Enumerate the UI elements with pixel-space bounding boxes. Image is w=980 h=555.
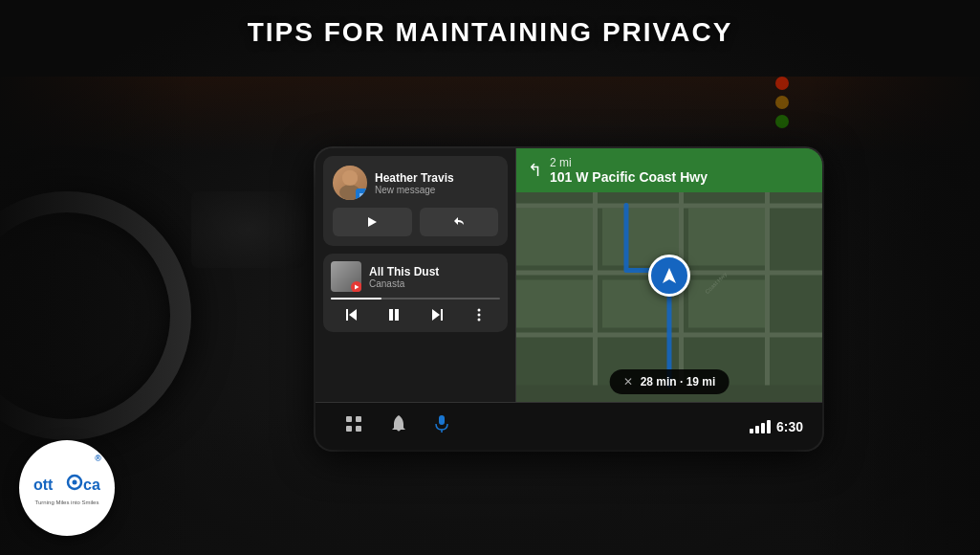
left-panel: Heather Travis New message [316, 148, 516, 402]
svg-marker-13 [432, 309, 440, 321]
bottom-bar: 6:30 [316, 402, 822, 450]
bar-3 [761, 423, 765, 433]
svg-rect-32 [346, 416, 352, 422]
android-auto-screen: Heather Travis New message [316, 148, 822, 450]
svg-point-14 [477, 309, 480, 312]
track-artist: Canasta [369, 278, 439, 289]
svg-rect-23 [688, 280, 765, 328]
bell-icon [390, 414, 407, 433]
apps-button[interactable] [344, 414, 363, 438]
reply-message-button[interactable] [420, 208, 499, 236]
svg-rect-18 [516, 209, 593, 266]
next-track-button[interactable] [427, 305, 446, 324]
sender-name: Heather Travis [375, 171, 454, 185]
nav-street: 101 W Pacific Coast Hwy [550, 169, 811, 185]
ottocast-logo: ott cast ® Turning Miles into Smiles [19, 440, 115, 536]
play-dot [351, 281, 361, 292]
message-actions [333, 208, 498, 236]
svg-rect-3 [358, 191, 367, 199]
svg-rect-36 [439, 415, 445, 425]
screen-main: Heather Travis New message [316, 148, 822, 402]
message-subtitle: New message [375, 185, 454, 195]
mic-icon [434, 414, 449, 433]
svg-rect-12 [441, 309, 443, 321]
page-title: TIPS FOR MAINTAINING PRIVACY [0, 17, 980, 48]
pause-icon [386, 307, 402, 322]
svg-marker-31 [663, 268, 676, 283]
bar-1 [750, 429, 753, 433]
navigation-panel: Coast Hwy ↰ 2 mi 101 W Pacific Coast Hwy [516, 148, 822, 402]
green-light [775, 115, 789, 128]
nav-header: ↰ 2 mi 101 W Pacific Coast Hwy [516, 148, 822, 192]
svg-text:cast: cast [83, 477, 100, 493]
message-header: Heather Travis New message [333, 166, 498, 200]
play-icon [365, 215, 379, 229]
music-info: All This Dust Canasta [369, 265, 439, 289]
music-card: All This Dust Canasta [323, 254, 508, 332]
avatar [333, 166, 367, 200]
play-dot-icon [354, 284, 359, 290]
microphone-button[interactable] [434, 414, 449, 438]
skip-next-icon [429, 307, 445, 322]
eta-close: ✕ [623, 375, 633, 388]
skip-prev-icon [344, 307, 359, 322]
registered-mark: ® [95, 454, 101, 463]
map-background: Coast Hwy ↰ 2 mi 101 W Pacific Coast Hwy [516, 148, 822, 402]
album-art [331, 261, 361, 292]
prev-track-button[interactable] [342, 305, 361, 324]
music-header: All This Dust Canasta [331, 261, 500, 292]
navigation-pointer [648, 255, 690, 297]
svg-rect-20 [688, 209, 765, 266]
notifications-button[interactable] [390, 414, 407, 438]
nav-arrow-icon [659, 265, 680, 286]
svg-marker-6 [368, 217, 377, 227]
bottom-status: 6:30 [750, 419, 803, 434]
progress-bar [331, 298, 500, 300]
ottocast-svg: ott cast [33, 469, 100, 498]
svg-rect-33 [356, 416, 361, 422]
reply-icon [452, 215, 466, 229]
message-app-icon [356, 189, 367, 200]
svg-marker-7 [355, 285, 359, 290]
more-options-button[interactable] [469, 305, 489, 324]
music-controls [331, 305, 500, 324]
chat-icon [358, 191, 367, 199]
eta-bar: ✕ 28 min · 19 mi [610, 369, 730, 394]
svg-rect-21 [516, 280, 593, 328]
signal-bars [750, 420, 771, 433]
svg-point-2 [342, 170, 358, 186]
svg-point-15 [477, 314, 480, 317]
bar-4 [767, 420, 771, 433]
eta-text: 28 min · 19 mi [641, 375, 716, 388]
nav-info: 2 mi 101 W Pacific Coast Hwy [550, 156, 811, 185]
traffic-lights [775, 77, 789, 128]
svg-rect-34 [346, 426, 352, 432]
bar-2 [755, 426, 759, 433]
bottom-icons [335, 414, 750, 438]
svg-rect-24 [516, 204, 822, 209]
svg-rect-11 [395, 309, 399, 321]
svg-point-40 [73, 480, 77, 485]
progress-fill [331, 298, 381, 300]
ottocast-tagline: Turning Miles into Smiles [35, 500, 99, 506]
svg-rect-27 [593, 166, 598, 386]
apps-icon [344, 414, 363, 433]
nav-distance: 2 mi [550, 156, 811, 169]
play-message-button[interactable] [333, 208, 412, 236]
svg-rect-8 [346, 309, 348, 321]
nav-turn-arrow: ↰ [528, 160, 542, 181]
yellow-light [775, 96, 789, 109]
red-light [775, 77, 789, 90]
more-icon [471, 307, 487, 322]
svg-rect-10 [389, 309, 393, 321]
svg-point-16 [477, 319, 480, 322]
svg-marker-9 [349, 309, 357, 321]
message-text: Heather Travis New message [375, 171, 454, 195]
svg-rect-35 [356, 426, 361, 432]
clock-time: 6:30 [776, 419, 803, 434]
pause-button[interactable] [384, 305, 403, 324]
track-title: All This Dust [369, 265, 439, 278]
message-card: Heather Travis New message [323, 156, 508, 246]
svg-rect-29 [765, 166, 770, 386]
svg-text:ott: ott [33, 477, 54, 493]
